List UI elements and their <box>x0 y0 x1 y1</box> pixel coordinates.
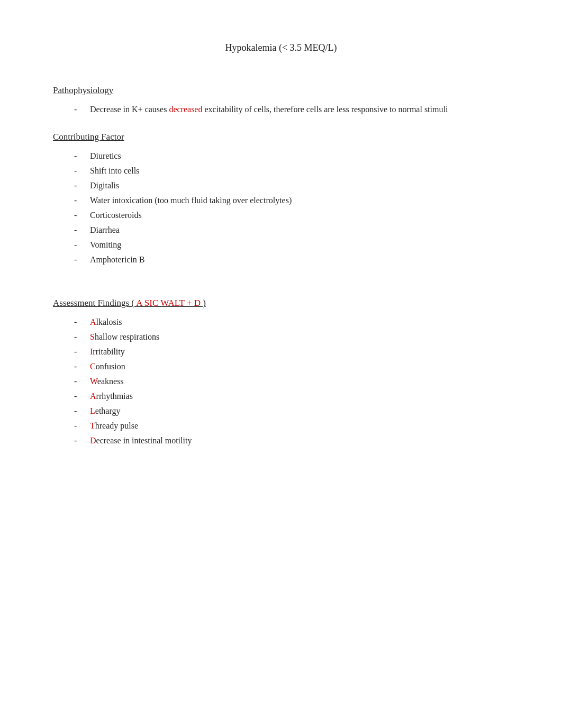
patho-text-after: excitability of cells, therefore cells a… <box>202 105 448 114</box>
assessment-heading-end: ) <box>201 298 206 308</box>
pathophysiology-text: Decrease in K+ causes decreased excitabi… <box>74 103 509 116</box>
assessment-letter: D <box>90 436 96 445</box>
assessment-rest: onfusion <box>96 362 125 371</box>
contributing-factor-section: Contributing Factor DiureticsShift into … <box>53 132 509 266</box>
assessment-findings-section: Assessment Findings ( A SIC WALT + D ) A… <box>53 298 509 447</box>
list-item: Shift into cells <box>74 165 509 177</box>
list-item: Shallow respirations <box>74 331 509 343</box>
assessment-rest: ecrease in intestinal motility <box>96 436 192 445</box>
assessment-letter: W <box>90 377 97 386</box>
pathophysiology-content: Decrease in K+ causes decreased excitabi… <box>53 103 509 116</box>
list-item: Confusion <box>74 360 509 373</box>
list-item: Amphotericin B <box>74 253 509 266</box>
list-item: Irritability <box>74 345 509 358</box>
patho-text-before: Decrease in K+ causes <box>90 105 169 114</box>
list-item: Alkalosis <box>74 316 509 329</box>
list-item: Arrhythmias <box>74 390 509 403</box>
page-title: Hypokalemia (< 3.5 MEQ/L) <box>53 42 509 53</box>
list-item: Diarrhea <box>74 224 509 236</box>
list-item: Water intoxication (too much fluid takin… <box>74 194 509 207</box>
assessment-letter: A <box>90 392 96 401</box>
assessment-letter: C <box>90 362 96 371</box>
assessment-rest: rritability <box>93 347 124 356</box>
assessment-rest: hready pulse <box>95 421 138 430</box>
assessment-findings-heading: Assessment Findings ( A SIC WALT + D ) <box>53 298 509 308</box>
pathophysiology-section: Pathophysiology Decrease in K+ causes de… <box>53 85 509 116</box>
list-item: Decrease in intestinal motility <box>74 434 509 447</box>
assessment-letter: A <box>90 317 96 326</box>
pathophysiology-heading: Pathophysiology <box>53 85 509 96</box>
list-item: Vomiting <box>74 239 509 251</box>
assessment-rest: ethargy <box>95 406 121 415</box>
assessment-mnemonic: A SIC WALT + D <box>136 298 201 308</box>
contributing-factor-list: DiureticsShift into cellsDigitalisWater … <box>53 150 509 266</box>
list-item: Digitalis <box>74 179 509 192</box>
assessment-findings-list: AlkalosisShallow respirationsIrritabilit… <box>53 316 509 447</box>
contributing-factor-heading: Contributing Factor <box>53 132 509 142</box>
assessment-letter: T <box>90 421 95 430</box>
list-item: Weakness <box>74 375 509 388</box>
list-item: Diuretics <box>74 150 509 162</box>
assessment-letter: L <box>90 406 95 415</box>
assessment-rest: rrhythmias <box>96 392 133 401</box>
list-item: Corticosteroids <box>74 209 509 222</box>
list-item: Thready pulse <box>74 420 509 432</box>
assessment-letter: S <box>90 332 95 341</box>
list-item: Lethargy <box>74 405 509 417</box>
assessment-rest: hallow respirations <box>95 332 159 341</box>
assessment-rest: eakness <box>97 377 124 386</box>
assessment-rest: lkalosis <box>96 317 122 326</box>
patho-red-word: decreased <box>169 105 202 114</box>
assessment-heading-text: Assessment Findings ( <box>53 298 136 308</box>
